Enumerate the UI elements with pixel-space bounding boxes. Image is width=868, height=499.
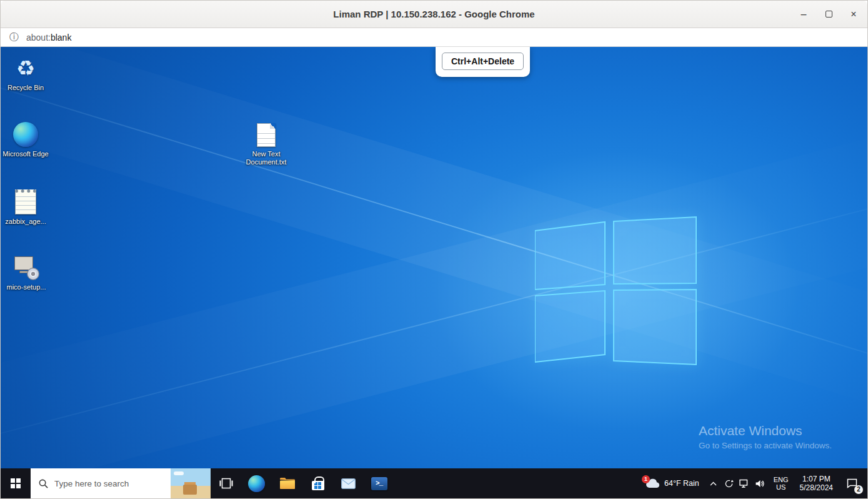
language-region: US: [776, 483, 786, 491]
powershell-prompt-glyph: >_: [376, 480, 382, 487]
minimize-icon: –: [801, 9, 807, 20]
taskbar: >_ 1 64°F Rain: [1, 468, 867, 498]
desktop-icon-zabbix-agent[interactable]: zabbix_age...: [1, 188, 50, 226]
url-info-bar: ⓘ about:blank: [1, 28, 867, 47]
mail-button[interactable]: [333, 468, 364, 498]
taskbar-clock[interactable]: 1:07 PM 5/28/2024: [794, 468, 839, 498]
installer-shape: [13, 255, 39, 280]
task-view-icon: [219, 478, 233, 489]
windows-start-icon: [11, 478, 21, 488]
installer-icon: [13, 254, 39, 280]
light-beam: [1, 47, 867, 468]
search-icon: [38, 478, 49, 489]
powershell-icon: >_: [371, 477, 387, 490]
recycle-bin-icon: ♻: [16, 54, 35, 81]
powershell-button[interactable]: >_: [364, 468, 394, 498]
folder-icon: [279, 477, 296, 490]
weather-cloud-icon: 1: [646, 478, 660, 488]
desktop-icon-label: zabbix_age...: [5, 218, 46, 226]
desktop-icon-label: mico-setup...: [7, 283, 46, 291]
browser-window: Liman RDP | 10.150.238.162 - Google Chro…: [0, 0, 868, 499]
weather-button[interactable]: 1 64°F Rain: [639, 468, 706, 498]
notepad-file-icon: [15, 188, 36, 214]
edge-logo: [13, 122, 38, 147]
file-explorer-button[interactable]: [272, 468, 302, 498]
desktop-icon-microsoft-edge[interactable]: Microsoft Edge: [1, 121, 50, 158]
hidden-icons-button[interactable]: [706, 468, 721, 498]
edge-icon: [13, 121, 38, 147]
close-button[interactable]: ×: [846, 7, 861, 22]
taskbar-search[interactable]: [31, 468, 211, 498]
notification-badge: 2: [854, 485, 863, 494]
windows-logo: [535, 214, 697, 371]
language-indicator[interactable]: ENG US: [768, 468, 794, 498]
maximize-icon: [826, 11, 832, 18]
clock-time: 1:07 PM: [802, 475, 831, 484]
thumb-cloud-shape: [174, 471, 184, 475]
info-icon[interactable]: ⓘ: [9, 31, 19, 43]
weather-text: 64°F Rain: [664, 479, 699, 488]
store-icon: [312, 481, 324, 490]
desktop-icon-mico-setup[interactable]: mico-setup...: [2, 254, 51, 291]
url-scheme: about:: [26, 33, 51, 43]
url-path: blank: [51, 33, 71, 43]
desktop-icon-label: Recycle Bin: [7, 84, 44, 92]
cd-disc-shape: [27, 268, 39, 280]
notepad-shape: [15, 189, 36, 214]
activate-windows-watermark: Activate Windows Go to Settings to activ…: [699, 423, 832, 450]
clock-date: 5/28/2024: [800, 483, 833, 493]
sync-tray-button[interactable]: [721, 468, 737, 498]
desktop-icon-label: Microsoft Edge: [2, 150, 48, 158]
desktop-icon-label: New Text Document.txt: [242, 150, 291, 166]
desktop-icon-recycle-bin[interactable]: ♻ Recycle Bin: [1, 54, 50, 92]
search-daily-image[interactable]: [171, 468, 211, 498]
text-file-shape: [257, 123, 276, 147]
light-beam: [1, 64, 867, 468]
window-title: Liman RDP | 10.150.238.162 - Google Chro…: [333, 9, 534, 19]
system-tray: 1 64°F Rain: [639, 468, 867, 498]
recycle-glyph: ♻: [16, 56, 35, 81]
activate-line1: Activate Windows: [699, 423, 832, 438]
ctrl-alt-delete-button[interactable]: Ctrl+Alt+Delete: [442, 53, 524, 70]
volume-icon: [755, 479, 765, 488]
activate-line2: Go to Settings to activate Windows.: [699, 441, 832, 450]
mail-icon: [341, 478, 356, 489]
rdp-desktop[interactable]: Ctrl+Alt+Delete ♻ Recycle Bin Microsoft …: [1, 47, 867, 468]
edge-taskbar-button[interactable]: [241, 468, 272, 498]
text-file-icon: [257, 121, 276, 147]
chevron-up-icon: [710, 481, 717, 486]
weather-badge: 1: [642, 475, 650, 483]
window-controls: – ×: [796, 1, 861, 28]
desktop-icon-new-text-document[interactable]: New Text Document.txt: [242, 121, 291, 166]
start-button[interactable]: [1, 468, 31, 498]
sync-icon: [724, 479, 734, 488]
minimize-button[interactable]: –: [796, 7, 811, 22]
edge-icon: [248, 475, 265, 492]
action-center-button[interactable]: 2: [839, 468, 865, 498]
rdp-toolbar: Ctrl+Alt+Delete: [436, 47, 530, 77]
store-flag-shape: [314, 482, 321, 489]
window-titlebar: Liman RDP | 10.150.238.162 - Google Chro…: [1, 1, 867, 28]
network-icon: [739, 479, 749, 488]
language-code: ENG: [774, 476, 789, 484]
close-icon: ×: [851, 9, 856, 20]
maximize-button[interactable]: [821, 7, 836, 22]
thumb-castle-shape: [183, 485, 197, 495]
light-beam: [1, 47, 867, 468]
light-beam: [1, 92, 867, 453]
search-input[interactable]: [54, 479, 165, 488]
url-text: about:blank: [26, 33, 71, 43]
task-view-button[interactable]: [211, 468, 241, 498]
store-button[interactable]: [302, 468, 333, 498]
volume-tray-button[interactable]: [752, 468, 768, 498]
network-tray-button[interactable]: [737, 468, 752, 498]
